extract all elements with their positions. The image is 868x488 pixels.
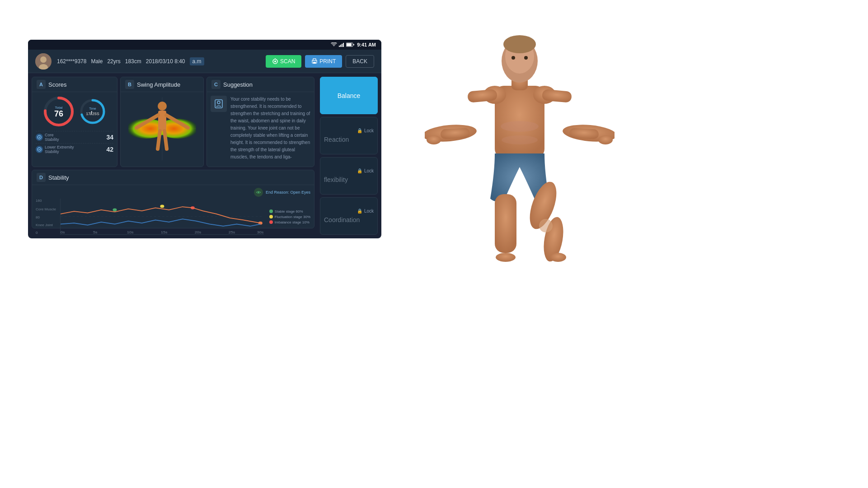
svg-point-57 — [503, 35, 536, 53]
svg-rect-68 — [495, 194, 516, 253]
reaction-lock-text: Lock — [364, 128, 374, 133]
back-button[interactable]: BACK — [346, 55, 374, 68]
svg-rect-6 — [353, 44, 354, 46]
right-panels: Balance 🔒 Lock Reaction 🔒 Lock — [318, 73, 381, 238]
print-button[interactable]: PRINT — [305, 55, 342, 68]
svg-point-8 — [40, 56, 47, 63]
time-gauge: Time 17/25S — [79, 98, 106, 125]
svg-text:0s: 0s — [61, 231, 65, 234]
panel-d-letter: D — [37, 173, 46, 182]
score-item-core: CoreStability 34 — [36, 131, 113, 143]
swing-figure — [128, 97, 196, 160]
panel-swing-header: B Swing Amplitude — [121, 77, 203, 92]
status-bar: 9:41 AM — [28, 40, 381, 50]
panel-scores-header: A Scores — [32, 77, 117, 92]
svg-rect-2 — [342, 44, 343, 47]
svg-point-72 — [550, 253, 566, 262]
lower-value: 42 — [106, 146, 113, 153]
header-buttons: SCAN PRINT BACK — [266, 55, 374, 68]
panel-swing-title: Swing Amplitude — [137, 81, 180, 88]
stability-header-row: End Reason: Open Eyes — [36, 188, 310, 197]
status-time: 9:41 AM — [357, 42, 376, 47]
svg-rect-3 — [343, 43, 344, 47]
avatar — [35, 53, 52, 70]
right-panel-flexibility[interactable]: 🔒 Lock flexibility — [320, 157, 378, 195]
main-content: A Scores — [28, 73, 381, 238]
stability-content: End Reason: Open Eyes 160 Core Muscle 80… — [32, 185, 314, 228]
legend-fluctuation: Fluctuation stage 30% — [269, 215, 310, 219]
eye-icon[interactable] — [254, 188, 263, 197]
chart-area: 160 Core Muscle 80 Knee Joint 0 — [36, 199, 310, 235]
left-panels: A Scores — [28, 73, 318, 238]
svg-text:30s: 30s — [257, 231, 264, 234]
svg-point-36 — [258, 192, 259, 193]
right-panel-balance[interactable]: Balance — [320, 77, 378, 114]
suggestion-content: Your core stability needs to be strength… — [207, 92, 314, 165]
core-value: 34 — [106, 134, 113, 141]
suggestion-icon — [211, 96, 227, 112]
svg-text:15s: 15s — [161, 231, 168, 234]
end-reason: End Reason: Open Eyes — [266, 190, 310, 195]
svg-point-59 — [524, 56, 528, 60]
coordination-lock-text: Lock — [364, 209, 374, 214]
core-name: CoreStability — [45, 133, 59, 142]
panel-c-letter: C — [211, 80, 221, 89]
time-label: Time — [86, 107, 99, 110]
coordination-lock-row: 🔒 Lock — [320, 209, 377, 214]
panel-b-letter: B — [125, 80, 134, 89]
gauges-row: Total 76 — [43, 96, 106, 127]
chart-legend: Stable stage 60% Fluctuation stage 30% I… — [266, 199, 310, 235]
reaction-label: Reaction — [320, 134, 349, 143]
panel-stability-header: D Stability — [32, 170, 314, 185]
svg-line-33 — [164, 131, 167, 149]
svg-point-21 — [39, 137, 40, 138]
header-bar: 162****9378 Male 22yrs 183cm 2018/03/10 … — [28, 50, 381, 73]
total-value: 76 — [54, 110, 63, 118]
legend-imbalance: Imbalance stage 10% — [269, 220, 310, 224]
status-icons — [331, 42, 354, 47]
flexibility-lock-icon: 🔒 — [357, 168, 362, 173]
svg-point-71 — [496, 253, 516, 262]
top-row: A Scores — [32, 77, 314, 167]
ampm-badge: a.m — [190, 57, 204, 65]
svg-rect-1 — [340, 45, 341, 47]
right-panel-coordination[interactable]: 🔒 Lock Coordination — [320, 197, 378, 235]
svg-rect-64 — [440, 128, 470, 139]
svg-point-52 — [598, 135, 613, 144]
coordination-lock-overlay: 🔒 Lock Coordination — [320, 198, 377, 234]
panel-suggestion-header: C Suggestion — [207, 77, 314, 92]
score-items: CoreStability 34 — [36, 131, 113, 155]
swing-content — [121, 92, 203, 165]
svg-rect-65 — [569, 128, 599, 139]
svg-text:25s: 25s — [229, 231, 235, 234]
panel-scores: A Scores — [32, 77, 117, 167]
user-info: 162****9378 Male 22yrs 183cm 2018/03/10 … — [57, 57, 260, 65]
coordination-lock-icon: 🔒 — [357, 209, 362, 214]
reaction-lock-row: 🔒 Lock — [320, 128, 377, 133]
core-dot — [36, 134, 43, 141]
scan-button[interactable]: SCAN — [266, 55, 301, 68]
svg-point-40 — [160, 205, 164, 208]
user-age: 22yrs — [107, 58, 120, 65]
panel-scores-title: Scores — [48, 81, 66, 88]
scores-content: Total 76 — [32, 92, 117, 159]
svg-point-67 — [502, 135, 538, 144]
svg-point-66 — [501, 121, 539, 132]
svg-rect-0 — [339, 46, 340, 47]
panel-swing: B Swing Amplitude — [120, 77, 204, 167]
panel-stability-title: Stability — [48, 174, 69, 181]
chart-labels: 160 Core Muscle 80 Knee Joint 0 — [36, 199, 58, 235]
legend-stable: Stable stage 60% — [269, 209, 310, 214]
panel-stability: D Stability End Rea — [32, 170, 314, 228]
score-item-lower: Lower ExtremityStability 42 — [36, 143, 113, 155]
lower-name: Lower ExtremityStability — [45, 145, 74, 154]
panel-suggestion-title: Suggestion — [223, 81, 253, 88]
right-panel-reaction[interactable]: 🔒 Lock Reaction — [320, 117, 378, 154]
lower-dot — [36, 146, 43, 153]
svg-rect-5 — [347, 43, 352, 46]
svg-point-73 — [539, 219, 553, 232]
flexibility-lock-overlay: 🔒 Lock flexibility — [320, 158, 377, 194]
app-container: 9:41 AM 162****9378 Male 22yrs 183cm 201… — [28, 40, 381, 238]
coordination-label: Coordination — [320, 214, 360, 223]
flexibility-label: flexibility — [320, 174, 348, 183]
